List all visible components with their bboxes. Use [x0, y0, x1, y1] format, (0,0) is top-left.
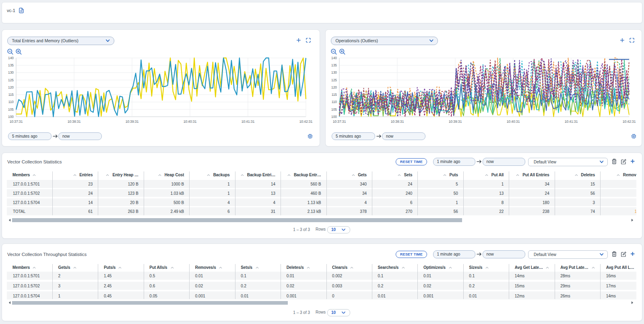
svg-text:125: 125: [331, 78, 337, 82]
svg-text:10:39:31: 10:39:31: [449, 120, 462, 124]
svg-text:105: 105: [331, 107, 337, 111]
svg-text:100: 100: [331, 115, 337, 119]
svg-text:10:42:31: 10:42:31: [623, 120, 636, 124]
svg-text:105: 105: [8, 107, 14, 111]
svg-text:135: 135: [331, 63, 337, 67]
svg-text:125: 125: [8, 78, 14, 82]
svg-text:10:40:31: 10:40:31: [507, 120, 520, 124]
svg-text:10:38:31: 10:38:31: [391, 120, 404, 124]
svg-text:130: 130: [8, 70, 14, 74]
svg-text:10:40:31: 10:40:31: [184, 120, 197, 124]
svg-text:120: 120: [8, 85, 14, 89]
svg-text:10:39:31: 10:39:31: [126, 120, 139, 124]
svg-text:140: 140: [8, 56, 14, 60]
svg-text:10:37:31: 10:37:31: [333, 120, 346, 124]
svg-text:10:42:31: 10:42:31: [299, 120, 313, 124]
svg-text:130: 130: [331, 70, 337, 74]
svg-text:115: 115: [332, 93, 337, 97]
svg-text:10:41:31: 10:41:31: [242, 120, 255, 124]
svg-text:115: 115: [8, 93, 14, 97]
svg-text:110: 110: [8, 100, 14, 104]
svg-text:10:38:31: 10:38:31: [68, 120, 81, 124]
svg-text:10:37:31: 10:37:31: [10, 120, 23, 124]
svg-text:100: 100: [8, 115, 14, 119]
svg-text:140: 140: [331, 56, 337, 60]
svg-text:10:41:31: 10:41:31: [565, 120, 578, 124]
svg-text:135: 135: [8, 63, 14, 67]
svg-text:110: 110: [332, 100, 337, 104]
svg-text:120: 120: [331, 85, 337, 89]
